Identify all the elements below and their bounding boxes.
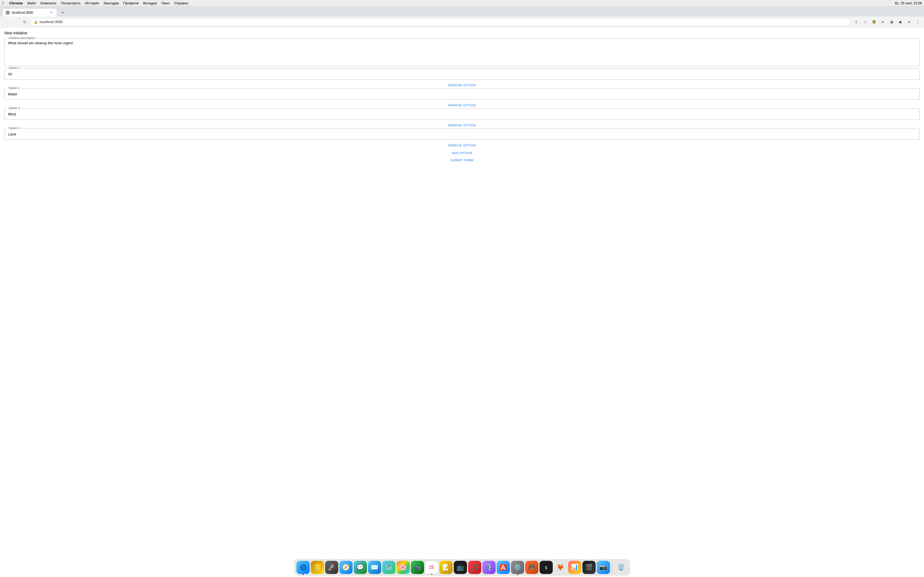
option-2-input[interactable] (8, 91, 916, 97)
add-option-button[interactable]: ADD OPTION (5, 150, 919, 156)
apple-menu[interactable]:  (2, 1, 4, 6)
initiative-description-group: Initiative description (5, 39, 919, 66)
address-url: localhost:3000 (40, 20, 63, 24)
option-4-input[interactable] (8, 131, 916, 137)
page-content: New Initiative Initiative description Op… (0, 27, 924, 192)
option-2-group: Option 2 (5, 89, 919, 100)
new-tab-button[interactable]: + (59, 9, 66, 16)
menu-window[interactable]: Окно (162, 1, 170, 5)
submit-form-button[interactable]: SUBMIT FORM (5, 157, 919, 163)
option-2-label: Option 2 (7, 86, 21, 90)
bookmark-button[interactable]: ☆ (861, 18, 869, 26)
option-4-group: Option 4 (5, 129, 919, 140)
extension-icon-1[interactable]: 🦁 (870, 18, 878, 26)
page-title: New Initiative (5, 31, 919, 35)
initiative-description-input[interactable] (8, 41, 916, 63)
menu-chrome[interactable]: Chrome (9, 1, 23, 5)
chrome-menu-button[interactable]: ⋮ (914, 18, 922, 26)
nav-right-icons: ⇧ ☆ 🦁 ● ▣ ◼ ● ⋮ (853, 18, 922, 26)
remove-option-3-button[interactable]: REMOVE OPTION (5, 122, 919, 129)
browser-content-area: New Initiative Initiative description Op… (0, 27, 924, 555)
menu-bar:  Chrome Файл Изменить Посмотреть Истори… (0, 0, 924, 6)
active-tab[interactable]: localhost:3000 ✕ (2, 8, 57, 16)
forward-button[interactable]: → (11, 18, 19, 26)
address-bar[interactable]: 🔒 localhost:3000 (30, 18, 851, 26)
option-1-input[interactable] (8, 71, 916, 77)
remove-option-2-button[interactable]: REMOVE OPTION (5, 102, 919, 108)
menu-bookmarks[interactable]: Закладки (103, 1, 119, 5)
option-3-input[interactable] (8, 111, 916, 117)
extension-icon-3[interactable]: ▣ (888, 18, 895, 26)
menu-history[interactable]: История (85, 1, 99, 5)
tab-favicon (6, 11, 10, 15)
menu-help[interactable]: Справка (174, 1, 188, 5)
extension-icon-4[interactable]: ◼ (897, 18, 904, 26)
menu-file[interactable]: Файл (27, 1, 36, 5)
option-4-label: Option 4 (7, 126, 21, 130)
back-button[interactable]: ← (2, 18, 10, 26)
extension-icon-2[interactable]: ● (879, 18, 887, 26)
share-button[interactable]: ⇧ (853, 18, 860, 26)
remove-option-1-button[interactable]: REMOVE OPTION (5, 82, 919, 89)
menu-tab[interactable]: Вкладка (143, 1, 157, 5)
initiative-description-label: Initiative description (7, 36, 36, 40)
tab-close-button[interactable]: ✕ (49, 10, 53, 15)
tab-bar: localhost:3000 ✕ + (0, 6, 924, 16)
remove-option-4-button[interactable]: REMOVE OPTION (5, 142, 919, 149)
nav-bar: ← → ↻ 🔒 localhost:3000 ⇧ ☆ 🦁 ● ▣ ◼ ● ⋮ (0, 16, 924, 27)
profile-button[interactable]: ● (905, 18, 913, 26)
option-1-label: Option 1 (7, 66, 21, 69)
menu-view[interactable]: Посмотреть (61, 1, 81, 5)
reload-button[interactable]: ↻ (21, 18, 29, 26)
menu-bar-right: Вс, 25 сент. 22:08 (895, 2, 922, 5)
menu-profiles[interactable]: Профили (123, 1, 139, 5)
datetime-display: Вс, 25 сент. 22:08 (895, 2, 922, 5)
address-lock-icon: 🔒 (34, 20, 38, 24)
option-3-label: Option 3 (7, 106, 21, 110)
menu-edit[interactable]: Изменить (40, 1, 57, 5)
option-1-group: Option 1 (5, 68, 919, 80)
tab-title: localhost:3000 (12, 11, 47, 15)
option-3-group: Option 3 (5, 108, 919, 120)
